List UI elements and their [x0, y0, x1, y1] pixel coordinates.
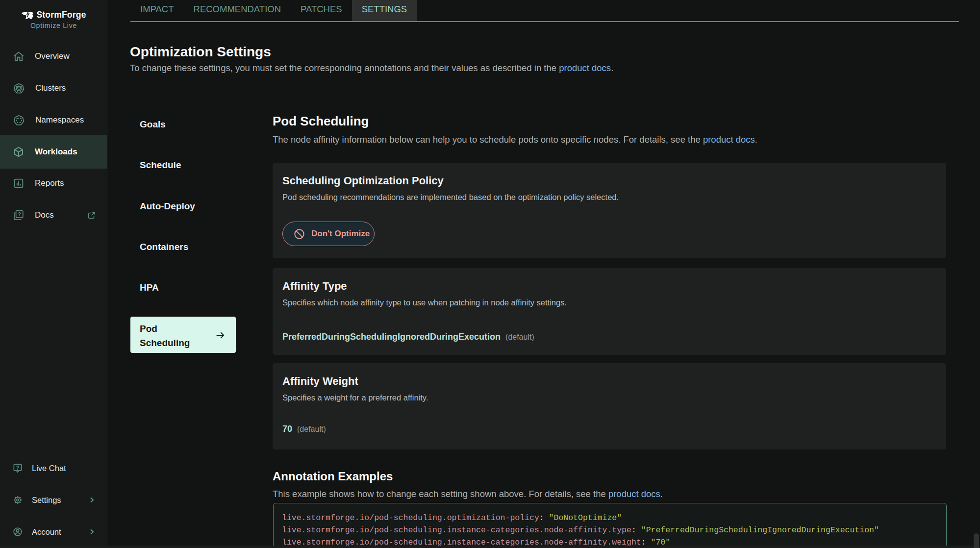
svg-text:?: ?: [18, 211, 21, 217]
svg-text:?: ?: [16, 465, 20, 471]
